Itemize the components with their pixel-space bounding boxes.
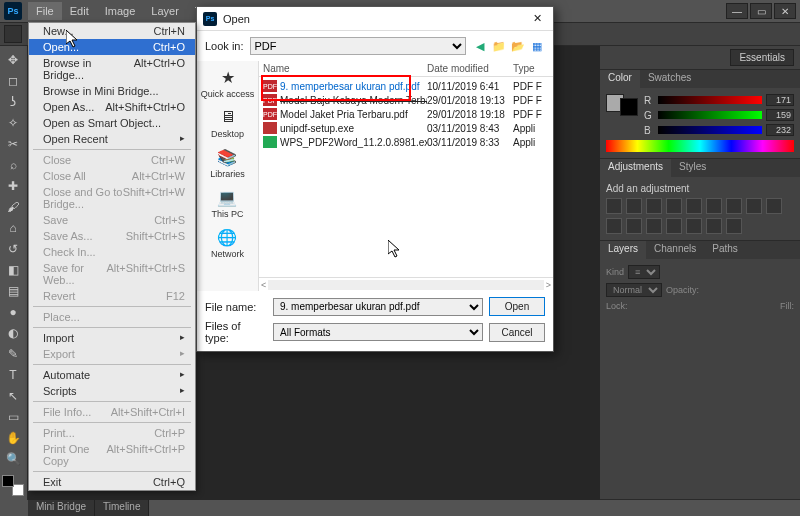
file-menu-item[interactable]: New...Ctrl+N [29,23,195,39]
place-item[interactable]: ★Quick access [201,67,255,99]
color-tab[interactable]: Color [600,70,640,88]
lookin-select[interactable]: PDF [250,37,466,55]
col-type[interactable]: Type [513,63,549,74]
file-row[interactable]: PDF9. memperbesar ukuran pdf.pdf10/11/20… [259,79,553,93]
file-menu-item[interactable]: Open...Ctrl+O [29,39,195,55]
file-row[interactable]: unipdf-setup.exe03/11/2019 8:43Appli [259,121,553,135]
adj-icon[interactable] [646,198,662,214]
adj-icon[interactable] [646,218,662,234]
file-menu-item[interactable]: Import▸ [29,330,195,346]
maximize-button[interactable]: ▭ [750,3,772,19]
place-item[interactable]: 💻This PC [211,187,243,219]
file-menu-item[interactable]: Browse in Bridge...Alt+Ctrl+O [29,55,195,83]
pen-tool-icon[interactable]: ✎ [2,345,24,364]
adj-icon[interactable] [706,198,722,214]
eraser-tool-icon[interactable]: ◧ [2,260,24,279]
file-menu-item[interactable]: Automate▸ [29,367,195,383]
views-icon[interactable]: ▦ [529,38,545,54]
g-value[interactable]: 159 [766,109,794,121]
shape-tool-icon[interactable]: ▭ [2,408,24,427]
place-item[interactable]: 🌐Network [211,227,244,259]
place-item[interactable]: 📚Libraries [210,147,245,179]
color-swatches[interactable] [606,94,638,136]
b-slider[interactable] [658,126,762,134]
wand-tool-icon[interactable]: ✧ [2,113,24,132]
kind-select[interactable]: ≡ [628,265,660,279]
eyedropper-tool-icon[interactable]: ⌕ [2,155,24,174]
r-slider[interactable] [658,96,762,104]
move-tool-icon[interactable]: ✥ [2,50,24,69]
file-row[interactable]: PDFModel Baju Kebaya Modern Terbaru.pdf2… [259,93,553,107]
up-icon[interactable]: 📁 [491,38,507,54]
path-tool-icon[interactable]: ↖ [2,387,24,406]
paths-tab[interactable]: Paths [704,241,746,259]
adj-icon[interactable] [706,218,722,234]
marquee-tool-icon[interactable]: ◻ [2,71,24,90]
timeline-tab[interactable]: Timeline [95,500,149,516]
file-menu-item[interactable]: Open As...Alt+Shift+Ctrl+O [29,99,195,115]
open-button[interactable]: Open [489,297,545,316]
filetype-select[interactable]: All Formats [273,323,483,341]
place-item[interactable]: 🖥Desktop [211,107,244,139]
foreground-background-colors[interactable] [2,475,24,496]
filename-input[interactable]: 9. memperbesar ukuran pdf.pdf [273,298,483,316]
adj-icon[interactable] [666,198,682,214]
menu-layer[interactable]: Layer [143,2,187,20]
swatches-tab[interactable]: Swatches [640,70,699,88]
file-menu-item[interactable]: Browse in Mini Bridge... [29,83,195,99]
current-tool-icon[interactable] [4,25,22,43]
stamp-tool-icon[interactable]: ⌂ [2,218,24,237]
spectrum-bar[interactable] [606,140,794,152]
adj-icon[interactable] [606,218,622,234]
file-menu-item[interactable]: Open Recent▸ [29,131,195,147]
zoom-tool-icon[interactable]: 🔍 [2,450,24,469]
blend-mode[interactable]: Normal [606,283,662,297]
adj-icon[interactable] [666,218,682,234]
file-menu-item[interactable]: Open as Smart Object... [29,115,195,131]
menu-edit[interactable]: Edit [62,2,97,20]
adj-icon[interactable] [746,198,762,214]
mini-bridge-tab[interactable]: Mini Bridge [28,500,95,516]
gradient-tool-icon[interactable]: ▤ [2,282,24,301]
type-tool-icon[interactable]: T [2,366,24,385]
cancel-button[interactable]: Cancel [489,323,545,342]
hand-tool-icon[interactable]: ✋ [2,429,24,448]
dialog-close-button[interactable]: ✕ [527,12,547,25]
channels-tab[interactable]: Channels [646,241,704,259]
g-slider[interactable] [658,111,762,119]
dodge-tool-icon[interactable]: ◐ [2,324,24,343]
crop-tool-icon[interactable]: ✂ [2,134,24,153]
col-date[interactable]: Date modified [427,63,513,74]
brush-tool-icon[interactable]: 🖌 [2,197,24,216]
adj-icon[interactable] [766,198,782,214]
adj-icon[interactable] [626,198,642,214]
file-menu-item[interactable]: Scripts▸ [29,383,195,399]
back-icon[interactable]: ◀ [472,38,488,54]
newfolder-icon[interactable]: 📂 [510,38,526,54]
layers-tab[interactable]: Layers [600,241,646,259]
close-button[interactable]: ✕ [774,3,796,19]
adjustments-tab[interactable]: Adjustments [600,159,671,177]
horizontal-scrollbar[interactable]: <> [259,277,553,291]
adj-icon[interactable] [626,218,642,234]
file-row[interactable]: WPS_PDF2Word_11.2.0.8981.exe03/11/2019 8… [259,135,553,149]
workspace-switcher[interactable]: Essentials [730,49,794,66]
history-brush-icon[interactable]: ↺ [2,239,24,258]
blur-tool-icon[interactable]: ● [2,303,24,322]
adj-icon[interactable] [726,198,742,214]
r-value[interactable]: 171 [766,94,794,106]
styles-tab[interactable]: Styles [671,159,714,177]
menu-image[interactable]: Image [97,2,144,20]
lasso-tool-icon[interactable]: ʖ [2,92,24,111]
file-menu-item[interactable]: ExitCtrl+Q [29,474,195,490]
adj-icon[interactable] [606,198,622,214]
col-name[interactable]: Name [263,63,427,74]
adj-icon[interactable] [726,218,742,234]
minimize-button[interactable]: — [726,3,748,19]
adj-icon[interactable] [686,198,702,214]
b-value[interactable]: 232 [766,124,794,136]
heal-tool-icon[interactable]: ✚ [2,176,24,195]
file-row[interactable]: PDFModel Jaket Pria Terbaru.pdf29/01/201… [259,107,553,121]
menu-file[interactable]: File [28,2,62,20]
adj-icon[interactable] [686,218,702,234]
